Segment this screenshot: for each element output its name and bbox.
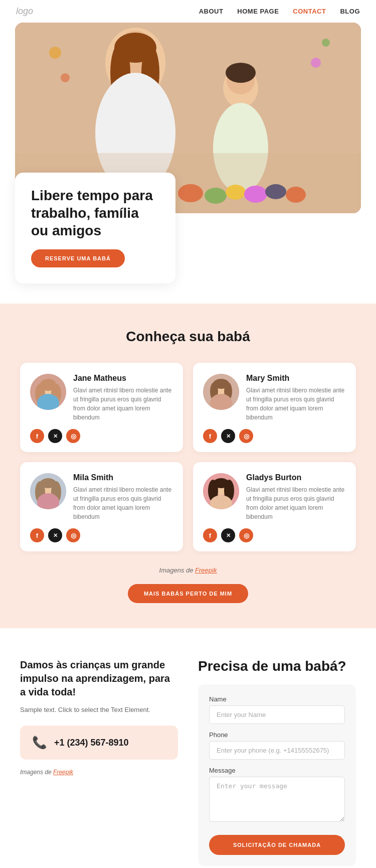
freepik-link-1[interactable]: Freepik — [195, 566, 217, 574]
nav-blog[interactable]: BLOG — [340, 8, 360, 15]
sitter-name-4: Gladys Burton — [246, 473, 346, 482]
message-label: Message — [209, 767, 345, 774]
sitter-socials-1: f ✕ ◎ — [30, 429, 173, 443]
nav-contact[interactable]: CONTACT — [293, 8, 326, 15]
sitter-top-2: Mary Smith Glavi amet ritnisl libero mol… — [203, 374, 346, 422]
phone-icon: 📞 — [32, 736, 47, 750]
conheca-title: Conheça sua babá — [20, 329, 356, 345]
hero-card: Libere tempo para trabalho, família ou a… — [15, 173, 175, 283]
sitter-desc-3: Glavi amet ritnisl libero molestie ante … — [73, 485, 173, 521]
instagram-icon-2[interactable]: ◎ — [239, 429, 253, 443]
freepik-link-2[interactable]: Freepik — [53, 769, 73, 776]
facebook-icon-2[interactable]: f — [203, 429, 217, 443]
sitter-info-1: Jane Matheus Glavi amet ritnisl libero m… — [73, 374, 173, 422]
facebook-icon-1[interactable]: f — [30, 429, 44, 443]
svg-point-10 — [226, 63, 256, 83]
phone-label: Phone — [209, 731, 345, 739]
sitter-avatar-4 — [203, 473, 239, 509]
sitter-avatar-1 — [30, 374, 66, 410]
precisa-left-title: Damos às crianças um grande impulso na a… — [20, 658, 178, 699]
logo: logo — [16, 6, 33, 17]
phone-input[interactable] — [209, 741, 345, 760]
twitter-icon-2[interactable]: ✕ — [221, 429, 235, 443]
precisa-right-title: Precisa de uma babá? — [198, 658, 356, 674]
precisa-section: Damos às crianças um grande impulso na a… — [0, 628, 376, 868]
precisa-left: Damos às crianças um grande impulso na a… — [20, 658, 178, 776]
sitter-desc-4: Glavi amet ritnisl libero molestie ante … — [246, 485, 346, 521]
form-group-phone: Phone — [209, 731, 345, 760]
name-label: Name — [209, 695, 345, 703]
sitter-card-3: Mila Smith Glavi amet ritnisl libero mol… — [20, 462, 183, 551]
message-input[interactable] — [209, 777, 345, 822]
svg-point-18 — [49, 47, 61, 59]
more-sitters-button[interactable]: MAIS BABÁS PERTO DE MIM — [128, 584, 248, 603]
sitter-top-4: Gladys Burton Glavi amet ritnisl libero … — [203, 473, 346, 521]
hero-section: Libere tempo para trabalho, família ou a… — [0, 23, 376, 253]
precisa-left-text: Sample text. Click to select the Text El… — [20, 706, 178, 713]
sitters-grid: Jane Matheus Glavi amet ritnisl libero m… — [20, 363, 356, 551]
name-input[interactable] — [209, 705, 345, 724]
sitter-socials-3: f ✕ ◎ — [30, 528, 173, 542]
facebook-icon-3[interactable]: f — [30, 528, 44, 542]
images-credit-1: Imagens de Freepik — [20, 566, 356, 574]
sitter-socials-2: f ✕ ◎ — [203, 429, 346, 443]
sitter-info-2: Mary Smith Glavi amet ritnisl libero mol… — [246, 374, 346, 422]
sitter-top-3: Mila Smith Glavi amet ritnisl libero mol… — [30, 473, 173, 521]
sitter-desc-1: Glavi amet ritnisl libero molestie ante … — [73, 386, 173, 422]
images-credit-2: Imagens de Freepik — [20, 769, 178, 776]
nav-homepage[interactable]: HOME PAGE — [237, 8, 279, 15]
twitter-icon-4[interactable]: ✕ — [221, 528, 235, 542]
nav-links: ABOUT HOME PAGE CONTACT BLOG — [199, 8, 360, 15]
sitter-avatar-2 — [203, 374, 239, 410]
reserve-button[interactable]: RESERVE UMA BABÁ — [31, 249, 125, 267]
sitter-card-2: Mary Smith Glavi amet ritnisl libero mol… — [193, 363, 356, 452]
phone-box: 📞 +1 (234) 567-8910 — [20, 726, 178, 760]
sitter-info-4: Gladys Burton Glavi amet ritnisl libero … — [246, 473, 346, 521]
more-sitters-container: MAIS BABÁS PERTO DE MIM — [20, 584, 356, 603]
conheca-section: Conheça sua babá Jane Matheus — [0, 304, 376, 628]
hero-title: Libere tempo para trabalho, família ou a… — [31, 187, 159, 239]
precisa-right: Precisa de uma babá? Name Phone Message … — [198, 658, 356, 866]
submit-button[interactable]: SOLICITAÇÃO DE CHAMADA — [209, 835, 345, 855]
twitter-icon-1[interactable]: ✕ — [48, 429, 62, 443]
phone-number: +1 (234) 567-8910 — [54, 738, 129, 748]
twitter-icon-3[interactable]: ✕ — [48, 528, 62, 542]
navbar: logo ABOUT HOME PAGE CONTACT BLOG — [0, 0, 376, 23]
facebook-icon-4[interactable]: f — [203, 528, 217, 542]
sitter-desc-2: Glavi amet ritnisl libero molestie ante … — [246, 386, 346, 422]
sitter-info-3: Mila Smith Glavi amet ritnisl libero mol… — [73, 473, 173, 521]
sitter-avatar-3 — [30, 473, 66, 509]
instagram-icon-3[interactable]: ◎ — [66, 528, 80, 542]
sitter-name-3: Mila Smith — [73, 473, 173, 482]
instagram-icon-4[interactable]: ◎ — [239, 528, 253, 542]
instagram-icon-1[interactable]: ◎ — [66, 429, 80, 443]
svg-point-20 — [311, 58, 321, 68]
svg-point-21 — [61, 73, 70, 82]
sitter-name-1: Jane Matheus — [73, 374, 173, 383]
sitter-card-4: Gladys Burton Glavi amet ritnisl libero … — [193, 462, 356, 551]
svg-point-19 — [322, 39, 330, 47]
form-group-name: Name — [209, 695, 345, 724]
sitter-socials-4: f ✕ ◎ — [203, 528, 346, 542]
contact-form: Name Phone Message SOLICITAÇÃO DE CHAMAD… — [198, 684, 356, 866]
sitter-name-2: Mary Smith — [246, 374, 346, 383]
form-group-message: Message — [209, 767, 345, 824]
sitter-top-1: Jane Matheus Glavi amet ritnisl libero m… — [30, 374, 173, 422]
nav-about[interactable]: ABOUT — [199, 8, 224, 15]
sitter-card-1: Jane Matheus Glavi amet ritnisl libero m… — [20, 363, 183, 452]
